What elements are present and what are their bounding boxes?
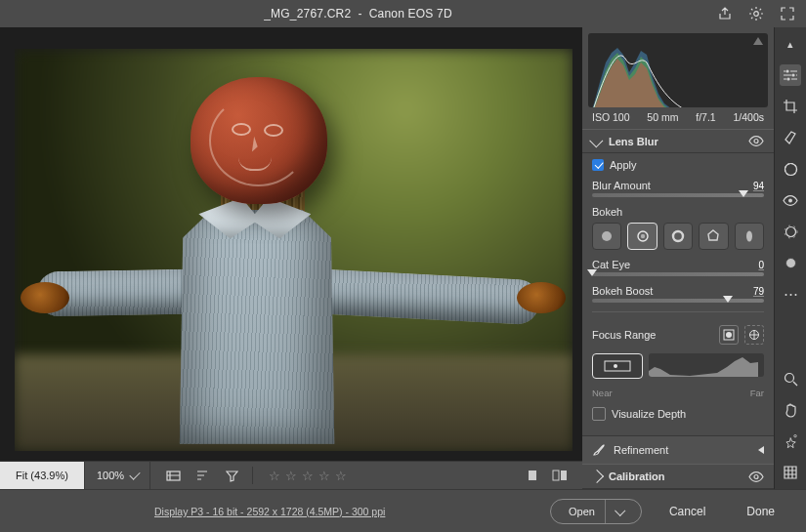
visibility-toggle-icon[interactable]	[748, 136, 764, 146]
svg-point-17	[754, 474, 758, 478]
visualize-depth-checkbox[interactable]: Visualize Depth	[592, 407, 764, 421]
snapshot-icon[interactable]	[782, 223, 799, 240]
focus-range-label: Focus Range	[592, 329, 656, 341]
filter-icon[interactable]	[223, 467, 240, 484]
fullscreen-icon[interactable]	[779, 5, 796, 22]
highlight-warning-icon	[753, 37, 763, 45]
bokeh-shape-cat[interactable]	[735, 223, 764, 250]
crop-icon[interactable]	[782, 98, 799, 115]
svg-point-18	[785, 69, 788, 72]
focus-area-icon[interactable]	[744, 325, 764, 345]
exif-readout: ISO 10050 mmf/7.11/400s	[582, 107, 774, 129]
cat-eye-slider[interactable]: Cat Eye 0	[592, 259, 764, 276]
depth-histogram[interactable]	[649, 353, 764, 377]
svg-point-6	[602, 231, 612, 241]
visibility-toggle-icon[interactable]	[748, 471, 764, 482]
star-icon[interactable]: ☆	[302, 469, 314, 483]
star-icon[interactable]: ☆	[335, 469, 347, 483]
redeye-icon[interactable]	[782, 191, 799, 209]
edit-sliders-icon[interactable]	[780, 64, 801, 86]
healing-icon[interactable]	[782, 129, 799, 146]
histogram[interactable]	[588, 33, 768, 107]
svg-point-8	[640, 234, 644, 238]
star-icon[interactable]: ☆	[285, 469, 297, 483]
svg-point-24	[785, 226, 795, 236]
svg-point-0	[754, 12, 759, 17]
triangle-left-icon	[758, 446, 764, 454]
svg-rect-2	[529, 471, 536, 480]
chevron-down-icon	[615, 506, 625, 516]
blur-amount-slider[interactable]: Blur Amount 94	[592, 180, 764, 197]
mask-icon[interactable]	[782, 160, 799, 178]
single-view-icon[interactable]	[524, 467, 541, 484]
zoom-100-button[interactable]: 100%	[87, 462, 150, 489]
rating-stars[interactable]: ☆ ☆ ☆ ☆ ☆	[255, 469, 361, 483]
cancel-button[interactable]: Cancel	[656, 505, 719, 518]
svg-point-9	[673, 231, 683, 241]
chevron-down-icon	[129, 469, 140, 479]
hand-icon[interactable]	[782, 401, 799, 419]
star-icon[interactable]: ☆	[269, 469, 280, 483]
zoom-fit-button[interactable]: Fit (43.9%)	[0, 462, 85, 489]
panel-header-lens-blur[interactable]: Lens Blur	[582, 129, 774, 154]
refinement-header[interactable]: Refinement	[582, 435, 774, 464]
svg-rect-3	[553, 471, 559, 480]
bokeh-boost-slider[interactable]: Bokeh Boost 79	[592, 285, 764, 303]
svg-point-28	[785, 373, 793, 382]
svg-point-20	[786, 77, 789, 80]
brush-icon	[592, 443, 606, 457]
more-icon[interactable]: ⋯	[782, 285, 799, 303]
bokeh-shape-circle[interactable]	[592, 223, 621, 250]
svg-rect-4	[561, 471, 567, 480]
bokeh-shape-ring[interactable]	[663, 223, 693, 250]
triangle-up-icon[interactable]: ▴	[782, 35, 799, 53]
svg-point-5	[754, 140, 758, 143]
window-title: _MG_2767.CR2 - Canon EOS 7D	[264, 7, 452, 20]
done-button[interactable]: Done	[733, 505, 788, 518]
bokeh-label: Bokeh	[592, 206, 764, 218]
bokeh-shape-blade[interactable]	[699, 223, 728, 250]
svg-point-16	[614, 364, 617, 368]
gear-icon[interactable]	[747, 5, 765, 22]
image-viewport[interactable]	[0, 27, 582, 461]
export-icon[interactable]	[716, 5, 734, 22]
focus-point-icon[interactable]	[719, 325, 739, 345]
open-button[interactable]: Open	[550, 499, 642, 524]
grid-icon[interactable]	[782, 464, 799, 481]
apply-checkbox[interactable]: Apply	[592, 159, 764, 171]
sort-icon[interactable]	[193, 467, 211, 484]
svg-point-19	[791, 73, 794, 76]
chevron-right-icon	[590, 470, 604, 483]
zoom-icon[interactable]	[782, 370, 799, 388]
grid-cycle-icon[interactable]	[164, 467, 182, 484]
focus-range-rect[interactable]	[592, 353, 643, 379]
compare-view-icon[interactable]	[551, 467, 569, 484]
chevron-down-icon	[589, 134, 603, 147]
auto-icon[interactable]	[782, 432, 799, 450]
svg-marker-10	[708, 230, 718, 240]
svg-point-12	[726, 332, 732, 338]
svg-point-11	[746, 231, 752, 242]
star-icon[interactable]: ☆	[318, 469, 330, 483]
image-meta-link[interactable]: Display P3 - 16 bit - 2592 x 1728 (4.5MP…	[154, 506, 385, 517]
presets-icon[interactable]	[782, 254, 799, 271]
bokeh-shape-soap[interactable]	[627, 223, 657, 250]
panel-header-calibration[interactable]: Calibration	[582, 464, 774, 489]
svg-point-23	[788, 198, 792, 202]
